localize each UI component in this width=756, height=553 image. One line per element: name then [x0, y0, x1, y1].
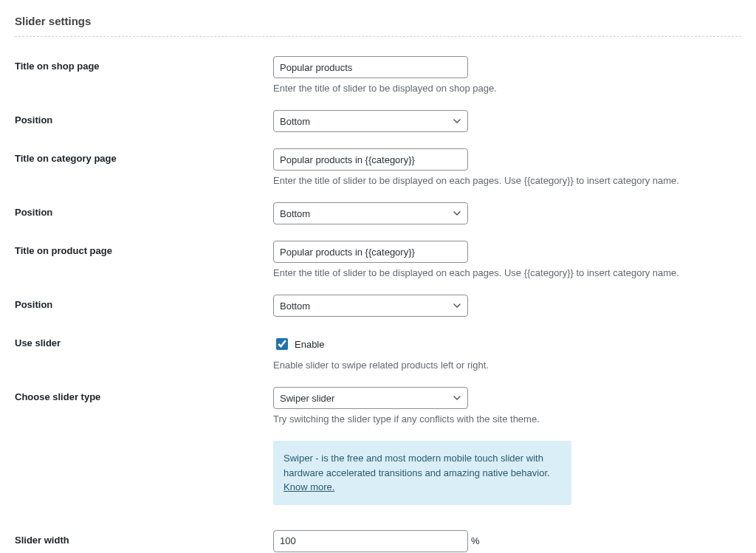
select-position-product[interactable]: Bottom — [273, 295, 468, 317]
chevron-down-icon — [453, 394, 461, 402]
input-title-category[interactable] — [273, 148, 468, 171]
select-position-shop-value: Bottom — [280, 116, 310, 127]
row-title-shop: Title on shop page Enter the title of sl… — [15, 56, 741, 94]
desc-use-slider: Enable slider to swipe related products … — [273, 360, 741, 371]
input-title-shop[interactable] — [273, 56, 468, 78]
row-position-category: Position Bottom — [15, 202, 741, 224]
label-position-category: Position — [15, 202, 273, 218]
select-slider-type-value: Swiper slider — [280, 393, 334, 404]
select-position-category[interactable]: Bottom — [273, 202, 468, 224]
row-info: Swiper - is the free and most modern mob… — [15, 441, 741, 521]
input-title-product[interactable] — [273, 241, 468, 263]
row-slider-type: Choose slider type Swiper slider Try swi… — [15, 387, 741, 425]
select-position-shop[interactable]: Bottom — [273, 110, 468, 132]
row-title-category: Title on category page Enter the title o… — [15, 148, 741, 186]
select-slider-type[interactable]: Swiper slider — [273, 387, 468, 409]
row-position-product: Position Bottom — [15, 295, 741, 317]
label-position-shop: Position — [15, 110, 273, 126]
desc-title-shop: Enter the title of slider to be displaye… — [273, 83, 741, 94]
label-slider-type: Choose slider type — [15, 387, 273, 402]
info-text: Swiper - is the free and most modern mob… — [284, 453, 550, 478]
row-use-slider: Use slider Enable Enable slider to swipe… — [15, 333, 741, 371]
checkbox-use-slider-label: Enable — [295, 339, 324, 350]
select-position-product-value: Bottom — [280, 300, 310, 312]
label-title-product: Title on product page — [15, 241, 273, 256]
chevron-down-icon — [453, 117, 461, 126]
label-position-product: Position — [15, 295, 273, 310]
input-slider-width[interactable] — [273, 530, 468, 552]
select-position-category-value: Bottom — [280, 208, 310, 219]
row-title-product: Title on product page Enter the title of… — [15, 241, 741, 278]
section-title: Slider settings — [15, 15, 741, 37]
desc-slider-type: Try switching the slider type if any con… — [273, 413, 741, 425]
desc-title-product: Enter the title of slider to be displaye… — [273, 267, 741, 278]
row-slider-width: Slider width % Alter the width of the re… — [15, 530, 741, 554]
info-link[interactable]: Know more. — [284, 481, 334, 492]
label-use-slider: Use slider — [15, 333, 273, 348]
info-box: Swiper - is the free and most modern mob… — [273, 441, 571, 505]
label-slider-width: Slider width — [15, 530, 273, 546]
row-position-shop: Position Bottom — [15, 110, 741, 132]
checkbox-use-slider[interactable] — [276, 338, 288, 350]
desc-title-category: Enter the title of slider to be displaye… — [273, 175, 741, 186]
chevron-down-icon — [453, 301, 461, 310]
label-title-shop: Title on shop page — [15, 56, 273, 72]
label-title-category: Title on category page — [15, 148, 273, 164]
slider-width-suffix: % — [471, 535, 480, 546]
chevron-down-icon — [453, 209, 461, 218]
